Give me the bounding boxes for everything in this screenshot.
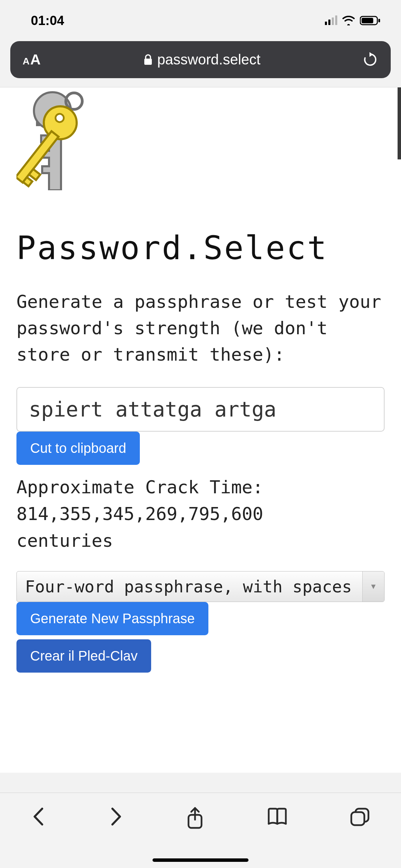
svg-rect-9	[29, 169, 40, 180]
reload-icon[interactable]	[363, 52, 377, 67]
text-size-button[interactable]: AA	[23, 51, 41, 68]
crack-time-label: Approximate Crack Time:	[16, 474, 385, 501]
cut-to-clipboard-button[interactable]: Cut to clipboard	[16, 432, 140, 465]
page-intro: Generate a passphrase or test your passw…	[16, 289, 385, 368]
lock-icon	[144, 54, 153, 65]
back-button[interactable]	[31, 807, 47, 827]
scroll-indicator	[398, 87, 401, 159]
share-button[interactable]	[185, 807, 205, 829]
crack-time-unit: centuries	[16, 527, 385, 554]
page-title: Password.Select	[16, 229, 385, 267]
status-bar: 01:04	[0, 0, 401, 41]
browser-toolbar	[0, 793, 401, 868]
passphrase-input[interactable]	[16, 387, 385, 432]
generate-passphrase-button[interactable]: Generate New Passphrase	[16, 602, 208, 635]
svg-rect-2	[378, 19, 380, 22]
tabs-button[interactable]	[349, 807, 370, 827]
svg-rect-13	[351, 812, 364, 825]
crear-pled-clav-button[interactable]: Crear il Pled-Clav	[16, 639, 151, 673]
battery-icon	[360, 16, 380, 25]
forward-button[interactable]	[108, 807, 124, 827]
svg-rect-3	[144, 59, 152, 65]
status-indicators	[325, 16, 380, 25]
crack-time: Approximate Crack Time: 814,355,345,269,…	[16, 474, 385, 554]
web-page: Password.Select Generate a passphrase or…	[0, 87, 401, 773]
bookmarks-button[interactable]	[266, 807, 289, 827]
status-time: 01:04	[31, 13, 64, 28]
chevron-down-icon: ▼	[362, 571, 384, 602]
url-bar[interactable]: AA password.select	[10, 41, 391, 78]
url-domain: password.select	[157, 51, 260, 68]
cellular-signal-icon	[325, 16, 337, 25]
select-value: Four-word passphrase, with spaces	[17, 571, 362, 602]
svg-rect-1	[362, 18, 373, 23]
wifi-icon	[342, 16, 355, 25]
home-indicator	[153, 858, 248, 862]
crack-time-value: 814,355,345,269,795,600	[16, 501, 385, 527]
keys-logo-icon	[16, 91, 119, 190]
passphrase-type-select[interactable]: Four-word passphrase, with spaces ▼	[16, 571, 385, 602]
